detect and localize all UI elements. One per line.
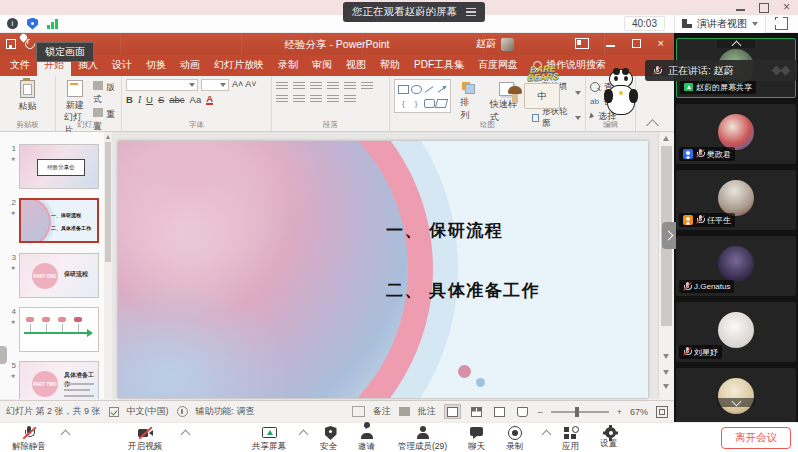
collapse-sidebar-handle[interactable] bbox=[662, 222, 676, 249]
scroll-up-icon[interactable] bbox=[106, 135, 110, 139]
leave-meeting-button[interactable]: 离开会议 bbox=[721, 427, 791, 449]
font-name-combobox[interactable] bbox=[126, 79, 198, 91]
zoom-level[interactable]: 67% bbox=[630, 407, 648, 417]
accessibility-status[interactable]: 辅助功能: 调查 bbox=[196, 405, 255, 418]
tab-animations[interactable]: 动画 bbox=[173, 54, 207, 76]
ppt-close-icon[interactable]: × bbox=[658, 37, 664, 49]
bullets-icon[interactable] bbox=[276, 82, 288, 91]
align-left-icon[interactable] bbox=[276, 95, 288, 104]
previous-slide-icon[interactable] bbox=[663, 370, 669, 375]
line-shape-icon[interactable] bbox=[425, 86, 434, 93]
parallelogram-shape-icon[interactable] bbox=[435, 99, 448, 108]
indent-decrease-icon[interactable] bbox=[310, 82, 322, 91]
participant-tile[interactable]: 刘星妤 bbox=[676, 302, 796, 362]
scroll-up-videos[interactable] bbox=[717, 39, 755, 48]
slide-1-thumbnail[interactable]: 经验分享会 bbox=[19, 144, 99, 189]
participant-tile[interactable] bbox=[676, 368, 796, 422]
tab-baidu-netdisk[interactable]: 百度网盘 bbox=[471, 54, 525, 76]
meeting-security-shield-icon[interactable] bbox=[27, 18, 38, 30]
meeting-info-icon[interactable]: i bbox=[7, 18, 18, 29]
ppt-maximize-icon[interactable] bbox=[632, 39, 641, 48]
grow-shrink-font-buttons[interactable]: A˄ A˅ bbox=[232, 79, 257, 91]
reading-view-button[interactable] bbox=[492, 405, 507, 418]
thumbnail-row-5[interactable]: 5★ PART TWO 具体准备工作 bbox=[4, 361, 99, 399]
slide-2-thumbnail-selected[interactable]: 一、保研流程 二、具体准备工作 bbox=[19, 198, 99, 243]
share-screen-button[interactable]: 共享屏幕 bbox=[252, 426, 286, 452]
change-case-button[interactable]: Aa bbox=[190, 94, 202, 105]
record-options-chevron[interactable] bbox=[542, 430, 552, 440]
thumbnail-row-4[interactable]: 4★ bbox=[4, 307, 99, 352]
thumbnail-row-1[interactable]: 1★ 经验分享会 bbox=[4, 144, 99, 189]
tab-pdf-tools[interactable]: PDF工具集 bbox=[407, 54, 471, 76]
fit-to-window-icon[interactable] bbox=[656, 406, 668, 418]
sticker-card[interactable]: 中 bbox=[524, 83, 560, 109]
italic-button[interactable]: I bbox=[138, 95, 141, 105]
clear-format-button[interactable]: abc bbox=[169, 94, 184, 105]
pane-splitter-handle[interactable] bbox=[0, 346, 7, 364]
tab-help[interactable]: 帮助 bbox=[373, 54, 407, 76]
slide-5-thumbnail[interactable]: PART TWO 具体准备工作 bbox=[19, 361, 99, 399]
shape-gallery[interactable]: { } bbox=[394, 79, 451, 113]
rectangle-shape-icon[interactable] bbox=[398, 85, 409, 94]
zoom-out-button[interactable]: – bbox=[538, 407, 543, 417]
view-mode-button[interactable]: 演讲者视图 bbox=[674, 14, 766, 34]
ppt-minimize-icon[interactable] bbox=[606, 45, 615, 46]
canvas-scrollbar[interactable] bbox=[658, 132, 674, 399]
scroll-down-videos[interactable] bbox=[717, 398, 755, 407]
thumbnail-row-3[interactable]: 3★ PART ONE 保研流程 bbox=[4, 253, 99, 298]
zoom-slider[interactable] bbox=[551, 411, 609, 413]
toast-menu-icon[interactable] bbox=[466, 8, 476, 16]
brace-left-shape-icon[interactable]: { bbox=[402, 99, 405, 108]
align-right-icon[interactable] bbox=[310, 95, 322, 104]
video-options-chevron[interactable] bbox=[181, 430, 191, 440]
participant-tile[interactable]: 任平生 bbox=[676, 170, 796, 230]
slide-3-thumbnail[interactable]: PART ONE 保研流程 bbox=[19, 253, 99, 298]
thumbnail-row-2[interactable]: 2★ 一、保研流程 二、具体准备工作 bbox=[4, 198, 99, 243]
bold-button[interactable]: B bbox=[126, 94, 133, 105]
justify-icon[interactable] bbox=[327, 95, 339, 104]
tab-design[interactable]: 设计 bbox=[105, 54, 139, 76]
participant-tile[interactable]: 樊政君 bbox=[676, 104, 796, 164]
columns-icon[interactable] bbox=[344, 95, 356, 104]
mic-options-chevron[interactable] bbox=[61, 430, 71, 440]
manage-members-button[interactable]: 管理成员(29) bbox=[398, 426, 447, 452]
underline-button[interactable]: U bbox=[146, 94, 153, 105]
slide-sorter-view-button[interactable] bbox=[469, 405, 484, 418]
tab-file[interactable]: 文件 bbox=[3, 54, 37, 76]
tab-record[interactable]: 录制 bbox=[271, 54, 305, 76]
spellcheck-icon[interactable] bbox=[109, 407, 119, 417]
indent-increase-icon[interactable] bbox=[327, 82, 339, 91]
notes-button[interactable]: 备注 bbox=[373, 405, 391, 418]
slideshow-view-button[interactable] bbox=[515, 405, 530, 418]
chat-button[interactable]: 聊天 bbox=[468, 426, 485, 452]
fullscreen-icon[interactable] bbox=[775, 17, 788, 30]
paste-button[interactable]: 粘贴 bbox=[4, 79, 51, 114]
next-slide-icon[interactable] bbox=[663, 384, 669, 389]
apps-button[interactable]: 应用 bbox=[562, 426, 579, 452]
zoom-in-button[interactable]: + bbox=[617, 407, 622, 417]
strikethrough-button[interactable]: S bbox=[158, 94, 164, 105]
slide-4-thumbnail[interactable] bbox=[19, 307, 99, 352]
close-icon[interactable]: × bbox=[783, 2, 790, 13]
scrollbar-thumb[interactable] bbox=[105, 142, 111, 262]
font-size-combobox[interactable] bbox=[201, 79, 229, 91]
ellipse-shape-icon[interactable] bbox=[411, 85, 422, 94]
ppt-account[interactable]: 赵蔚 bbox=[476, 37, 514, 51]
language-indicator[interactable]: 中文(中国) bbox=[127, 405, 169, 418]
tab-slideshow[interactable]: 幻灯片放映 bbox=[207, 54, 271, 76]
scroll-up-icon[interactable] bbox=[663, 136, 669, 141]
ribbon-display-options-icon[interactable] bbox=[575, 38, 589, 49]
tab-transitions[interactable]: 切换 bbox=[139, 54, 173, 76]
numbering-icon[interactable] bbox=[293, 82, 305, 91]
brace-right-shape-icon[interactable]: } bbox=[415, 99, 418, 108]
tab-view[interactable]: 视图 bbox=[339, 54, 373, 76]
thumbnail-scrollbar[interactable] bbox=[104, 132, 112, 399]
layout-button[interactable]: 版式 bbox=[93, 81, 117, 106]
security-button[interactable]: 安全 bbox=[320, 426, 337, 452]
current-slide[interactable]: 一、 保研流程 二、 具体准备工作 bbox=[118, 141, 648, 398]
line-spacing-icon[interactable] bbox=[344, 82, 356, 91]
arrange-button[interactable]: 排列 bbox=[456, 79, 480, 123]
arrow-shape-icon[interactable] bbox=[437, 86, 446, 93]
rounded-rect-shape-icon[interactable] bbox=[424, 99, 435, 108]
zoom-slider-knob[interactable] bbox=[575, 407, 579, 417]
